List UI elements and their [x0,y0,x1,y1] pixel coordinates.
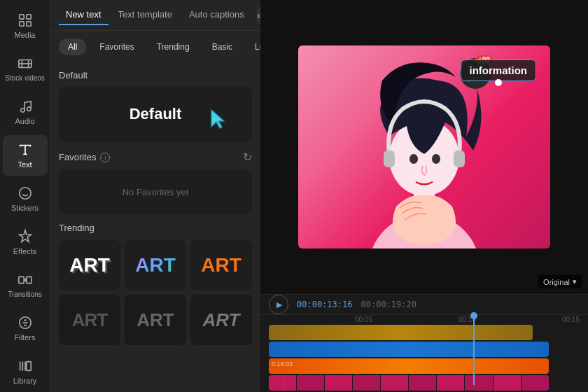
film-icon [18,56,33,71]
sidebar-item-audio[interactable]: Audio [3,92,48,133]
timeline: ▶ 00:00:13:16 00:00:19:20 00:05 00:10 00… [260,294,588,392]
thumb-3 [325,375,352,391]
sidebar-item-label: Media [15,31,36,39]
favorites-refresh-button[interactable]: ↻ [243,150,252,164]
svg-marker-17 [211,110,224,128]
trending-item-art-white[interactable]: ART [59,240,120,290]
sidebar-item-label: Text [18,160,31,169]
sidebar-item-stock-videos[interactable]: Stock videos [3,49,48,90]
sticker-icon [18,186,33,201]
sidebar-item-media[interactable]: Media [3,6,48,46]
sidebar-item-label: Library [13,377,37,385]
track-thumbnails[interactable] [269,375,549,391]
photo-preview: +99 information [298,46,550,248]
trending-item-art-gradient[interactable]: ART [125,240,186,290]
total-time: 00:00:19:20 [360,300,416,309]
playhead[interactable] [473,315,475,385]
svg-rect-3 [26,22,30,26]
track-time-label: 0:19:02 [269,358,295,370]
sidebar-item-label: Stickers [11,204,38,212]
svg-point-10 [19,188,31,200]
pill-trending[interactable]: Trending [148,38,199,55]
thumb-7 [437,375,464,391]
track-orange[interactable]: 0:19:02 [269,358,549,374]
no-favorites-placeholder: No Favorites yet [59,169,252,214]
trending-section-title: Trending [59,223,252,233]
sidebar-item-filters[interactable]: Filters [3,308,48,349]
ruler-mark-1: 00:05 [355,316,372,323]
sidebar-item-label: Effects [13,247,36,255]
sparkle-icon [18,229,33,244]
thumb-10 [522,375,549,391]
svg-rect-22 [454,150,465,167]
original-button[interactable]: Original ▾ [538,275,582,288]
filter-icon [18,315,33,330]
svg-point-9 [27,107,31,111]
trending-item-art-dark3[interactable]: ART [190,295,252,345]
current-time: 00:00:13:16 [297,300,352,309]
thumb-5 [381,375,408,391]
chevron-down-icon: ▾ [573,277,577,286]
cursor-arrow-icon [207,107,232,132]
pill-all[interactable]: All [59,38,86,55]
ruler-mark-3: 00:15 [562,316,580,323]
svg-rect-21 [384,150,395,167]
thumb-1 [269,375,296,391]
sidebar-item-library[interactable]: Library [3,351,48,392]
svg-rect-16 [26,362,30,371]
music-icon [18,99,33,114]
pill-favorites[interactable]: Favorites [90,38,143,55]
sidebar-item-label: Audio [15,117,34,125]
pill-basic[interactable]: Basic [203,38,241,55]
tab-auto-captions[interactable]: Auto captions [182,5,251,25]
text-panel: New text Text template Auto captions » A… [50,0,260,392]
tab-new-text[interactable]: New text [59,5,108,25]
thumb-9 [493,375,521,391]
sidebar-item-text[interactable]: Text [3,135,48,176]
thumb-4 [353,375,380,391]
svg-rect-13 [18,276,23,283]
tracks: 0:19:02 [260,323,588,392]
track-blue[interactable] [269,342,549,357]
favorites-header: Favorites i ↻ [59,150,252,164]
sidebar-item-label: Filters [15,333,36,342]
tab-bar: New text Text template Auto captions » [50,0,260,31]
sidebar-item-label: Stock videos [5,74,45,83]
svg-point-8 [20,108,24,113]
sidebar-item-label: Transitions [8,290,42,299]
trending-item-art-orange[interactable]: ART [190,240,252,290]
default-section-title: Default [59,70,252,80]
tab-text-template[interactable]: Text template [111,5,179,25]
svg-rect-2 [19,22,23,26]
text-overlay[interactable]: information [461,59,537,81]
default-text-label: Default [130,105,182,123]
grid-icon [18,13,33,28]
sidebar-item-stickers[interactable]: Stickers [3,178,48,219]
trending-item-art-dark2[interactable]: ART [125,295,186,345]
svg-point-23 [410,154,418,164]
trending-item-art-dark1[interactable]: ART [59,295,120,345]
svg-rect-1 [26,15,30,19]
sidebar: Media Stock videos Audio Text Stickers [0,0,50,392]
favorites-title: Favorites i [59,152,110,162]
sidebar-item-transitions[interactable]: Transitions [3,265,48,306]
trending-grid: ART ART ART ART ART ART [59,240,252,345]
thumb-8 [465,375,492,391]
svg-point-24 [432,154,440,164]
text-content-area: Default Default Favorites i ↻ No Favorit… [50,63,260,392]
thumb-6 [409,375,436,391]
default-text-box[interactable]: Default [59,86,252,142]
sidebar-item-effects[interactable]: Effects [3,222,48,262]
text-icon [18,142,33,158]
timeline-ruler: 00:05 00:10 00:15 [260,315,588,323]
preview-area: +99 information Original ▾ ▶ 00:00:13:16… [260,0,588,392]
transition-icon [18,272,33,288]
track-main[interactable] [269,325,533,340]
play-button[interactable]: ▶ [269,295,288,314]
canvas[interactable]: +99 information Original ▾ [260,0,588,294]
favorites-info-icon[interactable]: i [100,153,110,162]
library-icon [18,358,33,374]
thumb-2 [297,375,324,391]
filter-pills: All Favorites Trending Basic Lu... ▾ [50,31,260,63]
svg-rect-0 [19,15,23,19]
